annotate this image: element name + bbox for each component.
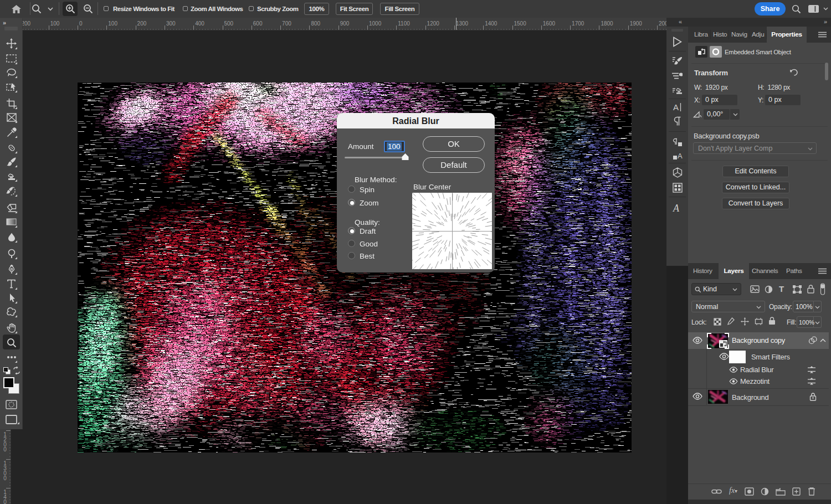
svg-text:A: A [673, 102, 679, 112]
svg-text:A: A [678, 152, 683, 160]
svg-text:A: A [673, 203, 680, 214]
